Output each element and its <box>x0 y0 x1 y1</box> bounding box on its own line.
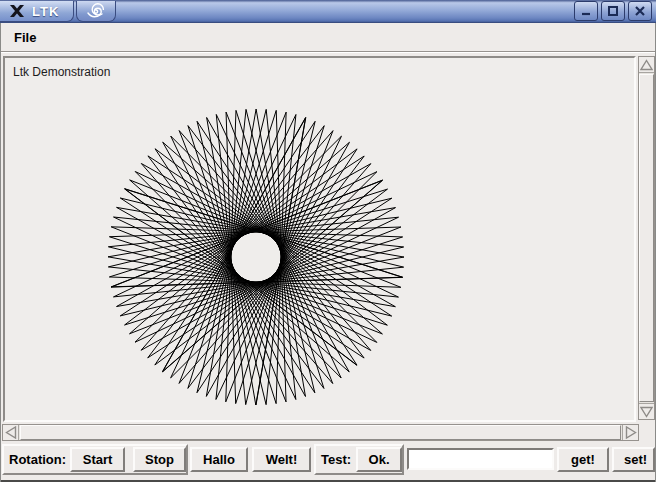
hallo-button[interactable]: Hallo <box>190 447 248 472</box>
ok-button[interactable]: Ok. <box>356 447 402 472</box>
set-button[interactable]: set! <box>612 447 655 472</box>
scroll-left-arrow[interactable] <box>3 425 19 440</box>
vertical-scroll-thumb[interactable] <box>639 74 654 402</box>
swirl-icon <box>85 3 107 20</box>
scroll-up-arrow[interactable] <box>639 57 654 73</box>
window-title: LTK <box>32 4 59 19</box>
rotation-group: Rotation: Start Stop <box>2 444 188 475</box>
rotation-label: Rotation: <box>9 452 66 467</box>
spiro-polyline <box>108 109 404 405</box>
drawing-canvas[interactable]: Ltk Demonstration <box>3 56 636 422</box>
welt-button[interactable]: Welt! <box>252 447 311 472</box>
titlebar[interactable]: LTK <box>0 0 656 23</box>
minimize-button[interactable] <box>574 1 598 21</box>
close-icon <box>634 5 646 17</box>
x-window-logo-icon[interactable] <box>9 4 25 18</box>
get-button[interactable]: get! <box>557 447 609 472</box>
maximize-button[interactable] <box>601 1 625 21</box>
stop-button[interactable]: Stop <box>133 447 186 472</box>
titlebar-app-tab <box>76 1 116 22</box>
window-controls <box>574 1 652 21</box>
minimize-icon <box>580 5 592 17</box>
start-button[interactable]: Start <box>70 447 125 472</box>
maximize-icon <box>607 5 619 17</box>
canvas-caption: Ltk Demonstration <box>13 65 110 79</box>
text-entry[interactable] <box>407 448 554 470</box>
scroll-right-arrow[interactable] <box>622 425 638 440</box>
vertical-scrollbar[interactable] <box>638 56 655 420</box>
close-button[interactable] <box>628 1 652 21</box>
titlebar-caption[interactable]: LTK <box>0 1 74 22</box>
horizontal-scrollbar[interactable] <box>2 424 639 441</box>
menubar: File <box>1 23 655 52</box>
horizontal-scroll-thumb[interactable] <box>20 425 621 440</box>
spirograph-art <box>5 58 634 420</box>
bottom-toolbar: Rotation: Start Stop Hallo Welt! Test: O… <box>1 443 655 477</box>
ltk-window: LTK <box>0 0 656 482</box>
test-group: Test: Ok. <box>314 444 404 475</box>
menu-item-file[interactable]: File <box>4 28 46 47</box>
scroll-down-arrow[interactable] <box>639 403 654 419</box>
test-label: Test: <box>321 452 351 467</box>
